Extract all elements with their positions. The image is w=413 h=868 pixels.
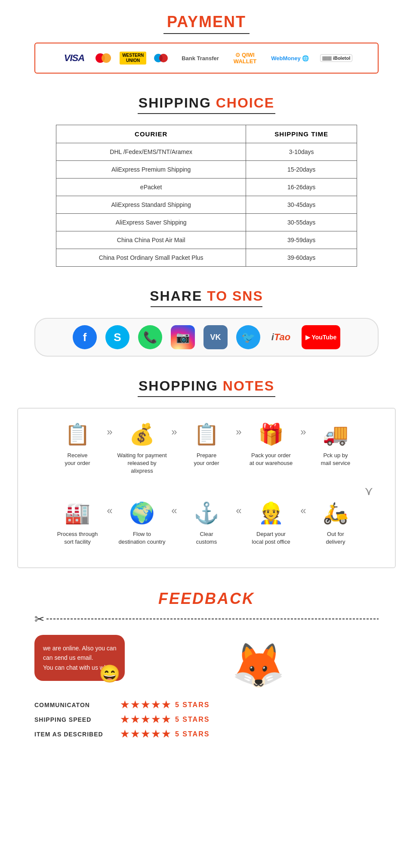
scissors-icon: ✂ bbox=[34, 612, 44, 626]
flow-label-pack: Pack your orderat our warehouse bbox=[250, 452, 293, 467]
flow-label-flow-dest: Flow todestination country bbox=[118, 530, 165, 546]
table-row: ePacket16-26days bbox=[56, 179, 357, 196]
star-1: ★ bbox=[120, 729, 129, 740]
payment-title: PAYMENT bbox=[9, 13, 404, 31]
coins-icon: 💰 bbox=[129, 422, 155, 447]
payment-logos-box: VISA WESTERNUNION Bank Transfer ⊙ QIWIWA… bbox=[34, 43, 379, 74]
time-cell: 3-10days bbox=[246, 143, 357, 161]
table-row: China Post Ordinary Small Packet Plus39-… bbox=[56, 249, 357, 267]
rating-label-item: ITEM AS DESCRIBED bbox=[34, 731, 120, 738]
star-1: ★ bbox=[120, 699, 129, 711]
star-4: ★ bbox=[151, 699, 160, 711]
western-union-logo: WESTERNUNION bbox=[120, 52, 146, 65]
courier-cell: AliExpress Premium Shipping bbox=[56, 161, 246, 179]
scooter-icon: 🛵 bbox=[323, 500, 348, 526]
flow-down-arrow: ⋎ bbox=[27, 484, 386, 498]
itao-icon[interactable]: iTao bbox=[269, 325, 293, 349]
rating-section: COMMUNICATON ★ ★ ★ ★ ★ 5 STARS SHIPPING … bbox=[34, 699, 379, 740]
shipping-title-underline bbox=[138, 113, 275, 114]
youtube-icon[interactable]: ▶ YouTube bbox=[302, 325, 340, 349]
shipping-table: COURIER SHIPPING TIME DHL /Fedex/EMS/TNT… bbox=[56, 125, 357, 267]
facebook-icon[interactable]: f bbox=[73, 325, 97, 349]
flow-item-receive: 📋 Receiveyour order bbox=[52, 422, 103, 467]
time-cell: 39-59days bbox=[246, 231, 357, 249]
sns-section: SHARE TO SNS f S 📞 📷 VK 🐦 iTao ▶ YouTube bbox=[0, 275, 413, 365]
star-5: ★ bbox=[162, 729, 171, 740]
stars-item: ★ ★ ★ ★ ★ bbox=[120, 729, 171, 740]
flow-item-sort: 🏭 Process throughsort facility bbox=[52, 500, 103, 546]
person-icon: 👷 bbox=[258, 500, 284, 526]
flow-label-sort: Process throughsort facility bbox=[57, 530, 98, 546]
sns-logos-box: f S 📞 📷 VK 🐦 iTao ▶ YouTube bbox=[34, 318, 379, 357]
rating-row-shipping: SHIPPING SPEED ★ ★ ★ ★ ★ 5 STARS bbox=[34, 714, 379, 725]
flow-label-payment: Waiting for paymentreleased by alixpress bbox=[116, 452, 168, 475]
feedback-divider: ✂ bbox=[34, 612, 379, 626]
sns-title: SHARE TO SNS bbox=[9, 288, 404, 304]
chat-emoji: 😄 bbox=[99, 660, 120, 687]
chat-line-2: can send us email. bbox=[43, 654, 93, 661]
courier-cell: China Post Ordinary Small Packet Plus bbox=[56, 249, 246, 267]
rating-label-communication: COMMUNICATON bbox=[34, 702, 120, 708]
star-2: ★ bbox=[131, 714, 140, 725]
flow-item-pack: 🎁 Pack your orderat our warehouse bbox=[245, 422, 297, 467]
flow-label-receive: Receiveyour order bbox=[65, 452, 90, 467]
visa-logo: VISA bbox=[61, 51, 88, 65]
qiwi-logo: ⊙ QIWIWALLET bbox=[230, 50, 260, 66]
shipping-section: SHIPPING CHOICE COURIER SHIPPING TIME DH… bbox=[0, 82, 413, 275]
courier-cell: AliExpress Saver Shipping bbox=[56, 214, 246, 231]
chat-line-1: we are online. Also you can bbox=[43, 645, 116, 652]
star-5: ★ bbox=[162, 699, 171, 711]
shipping-title: SHIPPING CHOICE bbox=[9, 95, 404, 111]
flow-arrow-1: » bbox=[103, 422, 116, 438]
flow-item-payment: 💰 Waiting for paymentreleased by alixpre… bbox=[116, 422, 168, 475]
clipboard-icon: 📋 bbox=[65, 422, 90, 447]
flow-item-flow-dest: 🌍 Flow todestination country bbox=[116, 500, 168, 546]
shopping-notes-title: SHOPPING NOTES bbox=[9, 378, 404, 394]
mascot-area: 🦊 bbox=[138, 635, 379, 686]
whatsapp-icon[interactable]: 📞 bbox=[138, 325, 162, 349]
flow-item-customs: ⚓ Clearcustoms bbox=[181, 500, 232, 546]
divider-line bbox=[46, 619, 379, 619]
chat-bubble: we are online. Also you can can send us … bbox=[34, 635, 125, 681]
twitter-icon[interactable]: 🐦 bbox=[236, 325, 260, 349]
star-3: ★ bbox=[141, 714, 150, 725]
payment-title-underline bbox=[163, 33, 250, 34]
time-cell: 30-45days bbox=[246, 196, 357, 214]
mascot-figure: 🦊 bbox=[231, 643, 285, 686]
anchor-icon: ⚓ bbox=[194, 500, 219, 526]
flow-row-1: 📋 Receiveyour order » 💰 Waiting for paym… bbox=[27, 422, 386, 475]
table-row: AliExpress Saver Shipping30-55days bbox=[56, 214, 357, 231]
flow-arrow-rev-3: « bbox=[168, 500, 181, 517]
courier-cell: China China Post Air Mail bbox=[56, 231, 246, 249]
star-5: ★ bbox=[162, 714, 171, 725]
vk-icon[interactable]: VK bbox=[203, 325, 228, 349]
flow-arrow-2: » bbox=[168, 422, 181, 438]
maestro-logo bbox=[154, 53, 170, 63]
feedback-title: FEEDBACK bbox=[9, 590, 404, 608]
flow-label-depart: Depart yourlocal post office bbox=[252, 530, 290, 546]
rating-value-shipping: 5 STARS bbox=[175, 716, 210, 723]
bank-transfer-logo: Bank Transfer bbox=[178, 53, 222, 63]
courier-cell: DHL /Fedex/EMS/TNT/Aramex bbox=[56, 143, 246, 161]
feedback-section: FEEDBACK ✂ we are online. Also you can c… bbox=[0, 577, 413, 757]
time-cell: 39-60days bbox=[246, 249, 357, 267]
star-2: ★ bbox=[131, 729, 140, 740]
rating-row-communication: COMMUNICATON ★ ★ ★ ★ ★ 5 STARS bbox=[34, 699, 379, 711]
table-row: DHL /Fedex/EMS/TNT/Aramex3-10days bbox=[56, 143, 357, 161]
globe-icon: 🌍 bbox=[129, 500, 155, 526]
flow-label-customs: Clearcustoms bbox=[196, 530, 217, 546]
star-1: ★ bbox=[120, 714, 129, 725]
rating-label-shipping: SHIPPING SPEED bbox=[34, 716, 120, 723]
rating-value-communication: 5 STARS bbox=[175, 701, 210, 709]
stars-communication: ★ ★ ★ ★ ★ bbox=[120, 699, 171, 711]
skype-icon[interactable]: S bbox=[105, 325, 129, 349]
star-2: ★ bbox=[131, 699, 140, 711]
instagram-icon[interactable]: 📷 bbox=[171, 325, 195, 349]
payment-section: PAYMENT VISA WESTERNUNION Bank Transfer … bbox=[0, 0, 413, 82]
stars-shipping: ★ ★ ★ ★ ★ bbox=[120, 714, 171, 725]
rating-value-item: 5 STARS bbox=[175, 730, 210, 738]
courier-cell: AliExpress Standard Shipping bbox=[56, 196, 246, 214]
truck-icon: 🚚 bbox=[323, 422, 348, 447]
prepare-icon: 📋 bbox=[194, 422, 219, 447]
flow-arrow-3: » bbox=[232, 422, 245, 438]
